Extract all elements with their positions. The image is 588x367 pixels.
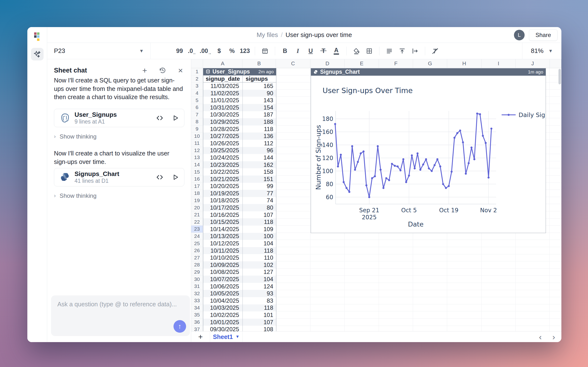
column-header-a[interactable]: A	[203, 59, 242, 68]
cell-signups[interactable]: 99	[243, 183, 276, 190]
cell-signups[interactable]: 109	[243, 225, 276, 233]
column-header-g[interactable]: G	[413, 59, 447, 68]
cell-signups[interactable]: 154	[243, 104, 276, 111]
format-currency-button[interactable]: $	[214, 45, 225, 57]
column-header-f[interactable]: F	[379, 59, 413, 68]
row-header-5[interactable]: 5	[191, 97, 203, 104]
row-header-17[interactable]: 17	[191, 183, 203, 190]
table-row[interactable]: 11/03/2025165	[203, 83, 276, 90]
cell-signup-date[interactable]: 11/02/2025	[203, 90, 243, 97]
view-code-icon[interactable]	[156, 114, 163, 122]
table-row[interactable]: 11/01/2025143	[203, 97, 276, 104]
table-row[interactable]: 10/14/2025109	[203, 225, 276, 233]
table-row[interactable]: 10/07/2025104	[203, 275, 276, 283]
table-row[interactable]: 10/23/2025162	[203, 161, 276, 168]
cell-signups[interactable]: 118	[243, 304, 276, 312]
table-row[interactable]: 10/11/2025118	[203, 247, 276, 254]
cell-signups[interactable]: 188	[243, 118, 276, 125]
cell-signups[interactable]: 165	[243, 83, 276, 90]
breadcrumb-my-files-link[interactable]: My files	[257, 31, 278, 39]
run-code-icon[interactable]	[172, 174, 179, 181]
row-header-31[interactable]: 31	[191, 283, 203, 290]
column-header-i[interactable]: I	[482, 59, 516, 68]
cell-signup-date[interactable]: 10/19/2025	[203, 190, 243, 197]
cell-signups[interactable]: 124	[243, 283, 276, 290]
cell-signups[interactable]: 104	[243, 240, 276, 247]
format-percent-button[interactable]: %	[227, 45, 238, 57]
table-row[interactable]: 10/17/202580	[203, 204, 276, 211]
row-header-37[interactable]: 37	[191, 326, 203, 331]
column-header-j[interactable]: J	[516, 59, 550, 68]
column-header-signups[interactable]: signups	[246, 75, 268, 82]
row-header-27[interactable]: 27	[191, 254, 203, 261]
table-row[interactable]: 10/06/2025124	[203, 283, 276, 290]
cell-signup-date[interactable]: 10/08/2025	[203, 269, 243, 276]
scroll-right-button[interactable]: ›	[553, 332, 555, 342]
row-header-36[interactable]: 36	[191, 319, 203, 326]
grid-corner-cell[interactable]	[191, 59, 203, 68]
row-header-8[interactable]: 8	[191, 118, 203, 125]
row-header-6[interactable]: 6	[191, 104, 203, 111]
cell-signup-date[interactable]: 11/01/2025	[203, 97, 243, 104]
send-message-button[interactable]: ↑	[173, 320, 186, 333]
table-row[interactable]: 10/27/2025136	[203, 133, 276, 140]
cell-signup-date[interactable]: 10/03/2025	[203, 304, 243, 312]
cell-signup-date[interactable]: 10/16/2025	[203, 211, 243, 218]
borders-button[interactable]	[364, 45, 375, 57]
underline-button[interactable]: U	[305, 45, 316, 57]
row-header-25[interactable]: 25	[191, 240, 203, 247]
cell-signups[interactable]: 151	[243, 175, 276, 183]
table-row[interactable]: 10/10/2025110	[203, 254, 276, 261]
code-cell-card-signups-chart[interactable]: Signups_Chart 41 lines at D1	[54, 168, 184, 186]
table-row[interactable]: 10/18/202574	[203, 197, 276, 204]
column-header-b[interactable]: B	[242, 59, 276, 68]
table-row[interactable]: 10/25/202596	[203, 147, 276, 154]
column-header-d[interactable]: D	[310, 59, 345, 68]
cell-signups[interactable]: 74	[243, 197, 276, 204]
fill-color-button[interactable]	[351, 45, 362, 57]
table-row[interactable]: 10/30/2025187	[203, 111, 276, 118]
table-row[interactable]: 10/20/202599	[203, 183, 276, 190]
cell-signup-date[interactable]: 10/01/2025	[203, 319, 243, 326]
table-row[interactable]: 10/05/202593	[203, 290, 276, 297]
row-header-10[interactable]: 10	[191, 133, 203, 140]
cell-signup-date[interactable]: 10/02/2025	[203, 311, 243, 319]
spreadsheet-grid[interactable]: ABCDEFGHIJ 12345678910111213141516171819…	[191, 59, 561, 331]
table-row[interactable]: 10/12/2025104	[203, 240, 276, 247]
cell-signup-date[interactable]: 10/23/2025	[203, 161, 243, 168]
cell-signup-date[interactable]: 10/20/2025	[203, 183, 243, 190]
app-logo-icon[interactable]	[34, 32, 40, 41]
cell-signups[interactable]: 100	[243, 233, 276, 240]
cell-signups[interactable]: 77	[243, 190, 276, 197]
row-header-7[interactable]: 7	[191, 111, 203, 118]
row-header-29[interactable]: 29	[191, 269, 203, 276]
row-header-18[interactable]: 18	[191, 190, 203, 197]
cell-signup-date[interactable]: 10/05/2025	[203, 290, 243, 297]
strikethrough-button[interactable]: T	[318, 45, 329, 57]
table-row[interactable]: 10/03/2025118	[203, 304, 276, 312]
cell-signups[interactable]: 118	[243, 125, 276, 133]
table-row[interactable]: 10/16/2025107	[203, 211, 276, 218]
table-header-bar[interactable]: User_Signups 2m ago	[203, 68, 276, 75]
format-number-99-button[interactable]: 99	[174, 45, 185, 57]
cell-signup-date[interactable]: 10/30/2025	[203, 111, 243, 118]
chart-header-bar[interactable]: Signups_Chart 1m ago	[311, 68, 546, 76]
format-automatic-button[interactable]: 123	[239, 45, 250, 57]
cell-reference-box[interactable]: P23 ▼	[47, 43, 151, 59]
cell-signup-date[interactable]: 10/24/2025	[203, 154, 243, 161]
cell-signup-date[interactable]: 10/12/2025	[203, 240, 243, 247]
view-code-icon[interactable]	[156, 174, 163, 181]
table-row[interactable]: 10/01/2025107	[203, 319, 276, 326]
table-row[interactable]: 10/21/2025151	[203, 175, 276, 183]
row-header-23[interactable]: 23	[191, 225, 203, 233]
table-row[interactable]: 10/29/2025188	[203, 118, 276, 125]
chat-input[interactable]: Ask a question (type @ to reference data…	[51, 295, 190, 336]
row-header-30[interactable]: 30	[191, 275, 203, 283]
cell-signup-date[interactable]: 10/07/2025	[203, 275, 243, 283]
table-row[interactable]: 10/15/2025118	[203, 218, 276, 225]
cell-signup-date[interactable]: 10/11/2025	[203, 247, 243, 254]
cell-signup-date[interactable]: 10/21/2025	[203, 175, 243, 183]
close-panel-button[interactable]: ×	[176, 66, 185, 75]
run-code-icon[interactable]	[172, 115, 179, 121]
row-header-2[interactable]: 2	[191, 75, 203, 83]
